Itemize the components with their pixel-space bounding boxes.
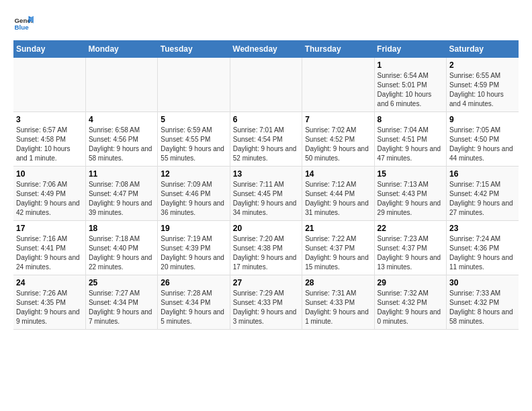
day-info: Sunrise: 7:22 AM Sunset: 4:37 PM Dayligh… [305, 234, 371, 272]
day-cell [158, 58, 230, 112]
day-cell: 6Sunrise: 7:01 AM Sunset: 4:54 PM Daylig… [230, 112, 302, 167]
day-cell: 29Sunrise: 7:32 AM Sunset: 4:32 PM Dayli… [374, 275, 446, 330]
day-cell: 1Sunrise: 6:54 AM Sunset: 5:01 PM Daylig… [374, 58, 446, 112]
day-info: Sunrise: 7:05 AM Sunset: 4:50 PM Dayligh… [449, 126, 516, 163]
day-info: Sunrise: 7:08 AM Sunset: 4:47 PM Dayligh… [89, 180, 154, 218]
day-cell: 20Sunrise: 7:20 AM Sunset: 4:38 PM Dayli… [230, 221, 302, 275]
page-header: General Blue [13, 13, 519, 34]
day-cell: 16Sunrise: 7:15 AM Sunset: 4:42 PM Dayli… [447, 167, 519, 221]
day-info: Sunrise: 6:55 AM Sunset: 4:59 PM Dayligh… [449, 71, 516, 109]
day-number: 10 [16, 169, 83, 179]
day-info: Sunrise: 7:33 AM Sunset: 4:32 PM Dayligh… [449, 289, 516, 326]
day-number: 11 [89, 169, 154, 179]
day-cell: 13Sunrise: 7:11 AM Sunset: 4:45 PM Dayli… [230, 167, 302, 221]
column-header-tuesday: Tuesday [158, 40, 230, 58]
day-number: 12 [161, 169, 226, 179]
day-cell: 15Sunrise: 7:13 AM Sunset: 4:43 PM Dayli… [374, 167, 446, 221]
day-info: Sunrise: 7:32 AM Sunset: 4:32 PM Dayligh… [378, 289, 443, 326]
day-cell: 21Sunrise: 7:22 AM Sunset: 4:37 PM Dayli… [302, 221, 374, 275]
day-info: Sunrise: 6:58 AM Sunset: 4:56 PM Dayligh… [89, 126, 154, 163]
day-number: 26 [161, 278, 226, 287]
day-cell: 22Sunrise: 7:23 AM Sunset: 4:37 PM Dayli… [374, 221, 446, 275]
column-header-thursday: Thursday [302, 40, 374, 58]
day-cell [85, 58, 157, 112]
day-info: Sunrise: 7:29 AM Sunset: 4:33 PM Dayligh… [233, 289, 299, 326]
day-number: 25 [89, 278, 154, 287]
day-info: Sunrise: 7:12 AM Sunset: 4:44 PM Dayligh… [305, 180, 371, 218]
day-info: Sunrise: 6:57 AM Sunset: 4:58 PM Dayligh… [16, 126, 83, 163]
day-cell: 5Sunrise: 6:59 AM Sunset: 4:55 PM Daylig… [158, 112, 230, 167]
day-info: Sunrise: 7:09 AM Sunset: 4:46 PM Dayligh… [161, 180, 226, 218]
day-number: 23 [449, 224, 516, 233]
day-number: 4 [89, 115, 154, 124]
day-info: Sunrise: 7:18 AM Sunset: 4:40 PM Dayligh… [89, 234, 154, 272]
logo-icon: General Blue [13, 13, 34, 34]
day-cell: 30Sunrise: 7:33 AM Sunset: 4:32 PM Dayli… [447, 275, 519, 330]
calendar-header-row: SundayMondayTuesdayWednesdayThursdayFrid… [13, 40, 519, 58]
day-cell: 17Sunrise: 7:16 AM Sunset: 4:41 PM Dayli… [13, 221, 85, 275]
day-cell: 7Sunrise: 7:02 AM Sunset: 4:52 PM Daylig… [302, 112, 374, 167]
day-number: 7 [305, 115, 371, 124]
day-cell: 10Sunrise: 7:06 AM Sunset: 4:49 PM Dayli… [13, 167, 85, 221]
day-info: Sunrise: 7:13 AM Sunset: 4:43 PM Dayligh… [378, 180, 443, 218]
day-info: Sunrise: 7:02 AM Sunset: 4:52 PM Dayligh… [305, 126, 371, 163]
day-info: Sunrise: 7:27 AM Sunset: 4:34 PM Dayligh… [89, 289, 154, 326]
day-number: 8 [378, 115, 443, 124]
day-info: Sunrise: 6:54 AM Sunset: 5:01 PM Dayligh… [378, 71, 443, 109]
day-info: Sunrise: 7:11 AM Sunset: 4:45 PM Dayligh… [233, 180, 299, 218]
week-row-2: 3Sunrise: 6:57 AM Sunset: 4:58 PM Daylig… [13, 112, 519, 167]
day-info: Sunrise: 7:24 AM Sunset: 4:36 PM Dayligh… [449, 234, 516, 272]
week-row-1: 1Sunrise: 6:54 AM Sunset: 5:01 PM Daylig… [13, 58, 519, 112]
day-number: 16 [449, 169, 516, 179]
day-number: 3 [16, 115, 83, 124]
day-cell: 19Sunrise: 7:19 AM Sunset: 4:39 PM Dayli… [158, 221, 230, 275]
week-row-4: 17Sunrise: 7:16 AM Sunset: 4:41 PM Dayli… [13, 221, 519, 275]
day-info: Sunrise: 7:19 AM Sunset: 4:39 PM Dayligh… [161, 234, 226, 272]
day-info: Sunrise: 7:31 AM Sunset: 4:33 PM Dayligh… [305, 289, 371, 326]
day-number: 5 [161, 115, 226, 124]
column-header-monday: Monday [85, 40, 157, 58]
day-number: 9 [449, 115, 516, 124]
day-cell: 26Sunrise: 7:28 AM Sunset: 4:34 PM Dayli… [158, 275, 230, 330]
day-number: 13 [233, 169, 299, 179]
day-number: 27 [233, 278, 299, 287]
day-number: 18 [89, 224, 154, 233]
column-header-friday: Friday [374, 40, 446, 58]
day-cell: 3Sunrise: 6:57 AM Sunset: 4:58 PM Daylig… [13, 112, 85, 167]
day-cell [230, 58, 302, 112]
day-number: 30 [449, 278, 516, 287]
day-cell: 8Sunrise: 7:04 AM Sunset: 4:51 PM Daylig… [374, 112, 446, 167]
day-number: 28 [305, 278, 371, 287]
day-info: Sunrise: 7:01 AM Sunset: 4:54 PM Dayligh… [233, 126, 299, 163]
column-header-saturday: Saturday [447, 40, 519, 58]
day-cell: 12Sunrise: 7:09 AM Sunset: 4:46 PM Dayli… [158, 167, 230, 221]
day-number: 29 [378, 278, 443, 287]
day-info: Sunrise: 7:28 AM Sunset: 4:34 PM Dayligh… [161, 289, 226, 326]
day-cell: 27Sunrise: 7:29 AM Sunset: 4:33 PM Dayli… [230, 275, 302, 330]
day-cell: 28Sunrise: 7:31 AM Sunset: 4:33 PM Dayli… [302, 275, 374, 330]
day-cell [13, 58, 85, 112]
day-number: 21 [305, 224, 371, 233]
day-number: 6 [233, 115, 299, 124]
day-number: 2 [449, 60, 516, 70]
day-info: Sunrise: 7:16 AM Sunset: 4:41 PM Dayligh… [16, 234, 83, 272]
day-cell: 14Sunrise: 7:12 AM Sunset: 4:44 PM Dayli… [302, 167, 374, 221]
day-number: 17 [16, 224, 83, 233]
day-info: Sunrise: 6:59 AM Sunset: 4:55 PM Dayligh… [161, 126, 226, 163]
logo: General Blue [13, 13, 34, 34]
day-number: 15 [378, 169, 443, 179]
day-info: Sunrise: 7:20 AM Sunset: 4:38 PM Dayligh… [233, 234, 299, 272]
column-header-sunday: Sunday [13, 40, 85, 58]
day-cell: 18Sunrise: 7:18 AM Sunset: 4:40 PM Dayli… [85, 221, 157, 275]
day-cell: 23Sunrise: 7:24 AM Sunset: 4:36 PM Dayli… [447, 221, 519, 275]
day-info: Sunrise: 7:23 AM Sunset: 4:37 PM Dayligh… [378, 234, 443, 272]
day-cell: 11Sunrise: 7:08 AM Sunset: 4:47 PM Dayli… [85, 167, 157, 221]
day-info: Sunrise: 7:15 AM Sunset: 4:42 PM Dayligh… [449, 180, 516, 218]
day-cell: 2Sunrise: 6:55 AM Sunset: 4:59 PM Daylig… [447, 58, 519, 112]
day-info: Sunrise: 7:04 AM Sunset: 4:51 PM Dayligh… [378, 126, 443, 163]
day-number: 19 [161, 224, 226, 233]
day-cell [302, 58, 374, 112]
day-cell: 4Sunrise: 6:58 AM Sunset: 4:56 PM Daylig… [85, 112, 157, 167]
column-header-wednesday: Wednesday [230, 40, 302, 58]
week-row-5: 24Sunrise: 7:26 AM Sunset: 4:35 PM Dayli… [13, 275, 519, 330]
